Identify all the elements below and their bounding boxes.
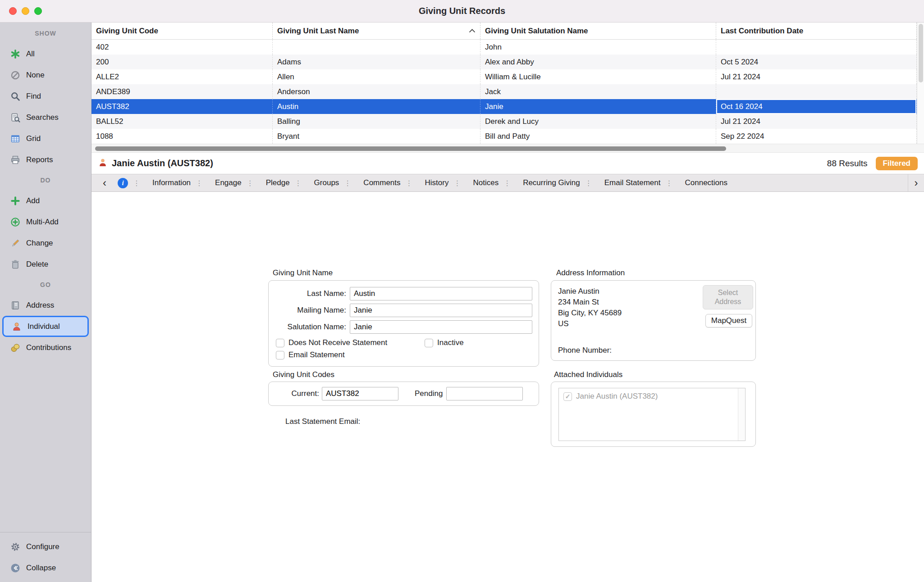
cell-salutation[interactable]: Derek and Lucy: [480, 114, 716, 129]
cell-code[interactable]: BALL52: [91, 114, 273, 129]
tab-menu-icon[interactable]: ⋮: [344, 179, 351, 187]
email-statement-checkbox[interactable]: [276, 351, 284, 359]
cell-last-name[interactable]: Austin: [273, 99, 480, 114]
cell-last-name[interactable]: Balling: [273, 114, 480, 129]
close-window-button[interactable]: [9, 7, 17, 15]
cell-salutation[interactable]: Bill and Patty: [480, 129, 716, 144]
cell-last-name[interactable]: Adams: [273, 55, 480, 69]
filtered-badge[interactable]: Filtered: [876, 157, 918, 170]
tab-engage[interactable]: Engage: [208, 178, 242, 187]
tab-menu-icon[interactable]: ⋮: [196, 179, 203, 187]
current-code-field[interactable]: [322, 387, 398, 400]
column-header-last-contribution[interactable]: Last Contribution Date: [716, 23, 917, 39]
cell-last-contribution[interactable]: [716, 84, 917, 99]
column-header-last-name[interactable]: Giving Unit Last Name: [273, 23, 480, 39]
sidebar-item-contributions[interactable]: Contributions: [0, 337, 91, 358]
cell-salutation[interactable]: William & Lucille: [480, 69, 716, 84]
sidebar-item-change[interactable]: Change: [0, 232, 91, 254]
sidebar-item-all[interactable]: All: [0, 43, 91, 64]
cell-last-contribution[interactable]: Jul 21 2024: [716, 114, 917, 129]
cell-last-name[interactable]: Allen: [273, 69, 480, 84]
cell-code[interactable]: 1088: [91, 129, 273, 144]
info-icon[interactable]: i: [118, 178, 128, 188]
sidebar-item-add[interactable]: Add: [0, 190, 91, 211]
tab-menu-icon[interactable]: ⋮: [453, 179, 461, 187]
cell-last-name[interactable]: Bryant: [273, 129, 480, 144]
horizontal-scrollbar-thumb[interactable]: [95, 146, 726, 151]
vertical-scrollbar-thumb[interactable]: [919, 24, 923, 82]
sidebar-item-find[interactable]: Find: [0, 86, 91, 107]
cell-last-name[interactable]: [273, 40, 480, 55]
tab-menu-icon[interactable]: ⋮: [503, 179, 511, 187]
tab-menu-icon[interactable]: ⋮: [133, 179, 140, 187]
sidebar-item-reports[interactable]: Reports: [0, 149, 91, 170]
tab-history[interactable]: History: [418, 178, 449, 187]
tab-email-statement[interactable]: Email Statement: [597, 178, 661, 187]
cell-last-contribution[interactable]: [716, 40, 917, 55]
tab-menu-icon[interactable]: ⋮: [665, 179, 672, 187]
cell-last-contribution[interactable]: Sep 22 2024: [716, 129, 917, 144]
tab-information[interactable]: Information: [145, 178, 191, 187]
horizontal-scrollbar[interactable]: [91, 144, 924, 153]
column-header-salutation[interactable]: Giving Unit Salutation Name: [480, 23, 716, 39]
table-row-selected[interactable]: AUST382 Austin Janie Oct 16 2024: [91, 99, 917, 114]
attached-list-scrollbar[interactable]: [738, 388, 745, 441]
tabs-scroll-right-button[interactable]: ›: [908, 174, 924, 191]
sidebar-item-none[interactable]: None: [0, 64, 91, 86]
does-not-receive-statement-checkbox[interactable]: [276, 339, 284, 347]
table-row[interactable]: 200 Adams Alex and Abby Oct 5 2024: [91, 55, 917, 69]
cell-salutation[interactable]: John: [480, 40, 716, 55]
table-row[interactable]: ANDE389 Anderson Jack: [91, 84, 917, 99]
tab-groups[interactable]: Groups: [307, 178, 339, 187]
select-address-button[interactable]: Select Address: [703, 285, 753, 309]
table-row[interactable]: 402 John: [91, 40, 917, 55]
mapquest-button[interactable]: MapQuest: [705, 314, 752, 327]
tab-comments[interactable]: Comments: [356, 178, 400, 187]
cell-salutation[interactable]: Jack: [480, 84, 716, 99]
sidebar-item-grid[interactable]: Grid: [0, 128, 91, 149]
tab-menu-icon[interactable]: ⋮: [295, 179, 302, 187]
cell-salutation[interactable]: Alex and Abby: [480, 55, 716, 69]
cell-last-contribution[interactable]: Jul 21 2024: [716, 69, 917, 84]
tab-recurring-giving[interactable]: Recurring Giving: [516, 178, 580, 187]
sidebar-item-configure[interactable]: Configure: [0, 536, 91, 557]
cell-code[interactable]: AUST382: [91, 99, 273, 114]
mailing-name-field[interactable]: [350, 304, 532, 317]
sidebar-item-collapse[interactable]: Collapse: [0, 557, 91, 578]
table-row[interactable]: 1088 Bryant Bill and Patty Sep 22 2024: [91, 129, 917, 144]
tabs-scroll-left-button[interactable]: ‹: [97, 175, 112, 191]
cell-salutation[interactable]: Janie: [480, 99, 716, 114]
vertical-scrollbar[interactable]: [917, 23, 924, 144]
cell-code[interactable]: ALLE2: [91, 69, 273, 84]
zoom-window-button[interactable]: [34, 7, 42, 15]
tab-menu-icon[interactable]: ⋮: [247, 179, 254, 187]
attached-individual-item[interactable]: ✓ Janie Austin (AUST382): [563, 392, 733, 401]
inactive-checkbox[interactable]: [425, 339, 433, 347]
current-code-label: Current:: [272, 389, 319, 398]
sidebar-item-delete[interactable]: Delete: [0, 254, 91, 275]
sidebar-item-address[interactable]: Address: [0, 295, 91, 316]
column-header-code[interactable]: Giving Unit Code: [91, 23, 273, 39]
salutation-name-field[interactable]: [350, 320, 532, 334]
cell-last-name[interactable]: Anderson: [273, 84, 480, 99]
tab-menu-icon[interactable]: ⋮: [406, 179, 413, 187]
cell-code[interactable]: 402: [91, 40, 273, 55]
sidebar-item-individual[interactable]: Individual: [2, 316, 89, 337]
sidebar-item-label: Find: [26, 92, 41, 101]
pending-code-field[interactable]: [446, 387, 523, 400]
table-row[interactable]: ALLE2 Allen William & Lucille Jul 21 202…: [91, 69, 917, 84]
tab-connections[interactable]: Connections: [677, 178, 727, 187]
table-row[interactable]: BALL52 Balling Derek and Lucy Jul 21 202…: [91, 114, 917, 129]
attached-individual-checkbox[interactable]: ✓: [563, 392, 572, 401]
sidebar-item-searches[interactable]: Searches: [0, 107, 91, 128]
minimize-window-button[interactable]: [22, 7, 29, 15]
cell-code[interactable]: 200: [91, 55, 273, 69]
cell-code[interactable]: ANDE389: [91, 84, 273, 99]
cell-last-contribution[interactable]: Oct 16 2024: [716, 99, 917, 114]
last-name-field[interactable]: [350, 287, 532, 300]
sidebar-item-multi-add[interactable]: Multi-Add: [0, 211, 91, 232]
tab-pledge[interactable]: Pledge: [259, 178, 290, 187]
tab-notices[interactable]: Notices: [466, 178, 499, 187]
tab-menu-icon[interactable]: ⋮: [585, 179, 592, 187]
cell-last-contribution[interactable]: Oct 5 2024: [716, 55, 917, 69]
